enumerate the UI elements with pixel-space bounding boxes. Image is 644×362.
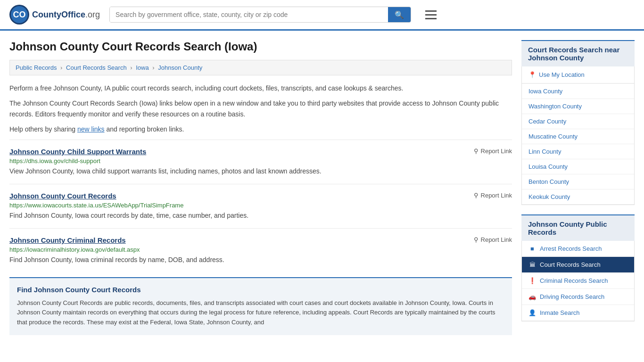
result-desc-1: View Johnson County, Iowa child support … [9, 166, 512, 176]
pub-rec-court[interactable]: 🏛 Court Records Search [522, 257, 634, 273]
main-container: Johnson County Court Records Search (Iow… [0, 31, 644, 345]
inmate-icon: 👤 [528, 309, 536, 316]
find-section: Find Johnson County Court Records Johnso… [9, 277, 512, 335]
search-bar[interactable]: 🔍 [109, 7, 411, 23]
nearby-section-header: Court Records Search near Johnson County [521, 40, 635, 66]
use-location-link[interactable]: 📍 Use My Location [522, 66, 634, 83]
logo-icon: CO [9, 5, 29, 25]
location-pin-icon: 📍 [528, 71, 536, 78]
desc-p3: Help others by sharing new links and rep… [9, 124, 512, 134]
result-url-2: https://www.iowacourts.state.ia.us/ESAWe… [9, 202, 512, 209]
search-input[interactable] [110, 7, 388, 22]
report-link-1[interactable]: ⚲ Report Link [474, 148, 512, 155]
content-area: Johnson County Court Records Search (Iow… [9, 40, 512, 335]
pub-rec-driving[interactable]: 🚗 Driving Records Search [522, 289, 634, 305]
breadcrumb-court-records[interactable]: Court Records Search [66, 64, 127, 71]
result-desc-2: Find Johnson County, Iowa court records … [9, 211, 512, 221]
page-title: Johnson County Court Records Search (Iow… [9, 40, 512, 53]
result-item-1: Johnson County Child Support Warrants ⚲ … [9, 140, 512, 184]
criminal-icon: ❗ [528, 277, 536, 284]
nearby-county-benton[interactable]: Benton County [522, 174, 634, 189]
desc-p1: Perform a free Johnson County, IA public… [9, 83, 512, 93]
nearby-county-list: 📍 Use My Location Iowa County Washington… [521, 66, 635, 205]
hamburger-menu[interactable] [425, 10, 437, 19]
nearby-county-keokuk[interactable]: Keokuk County [522, 189, 634, 205]
report-icon-2: ⚲ [474, 192, 479, 199]
sidebar: Court Records Search near Johnson County… [521, 40, 635, 335]
nearby-county-cedar[interactable]: Cedar County [522, 114, 634, 129]
result-url-1: https://dhs.iowa.gov/child-support [9, 157, 512, 165]
arrest-icon: ■ [528, 245, 536, 252]
search-button[interactable]: 🔍 [388, 7, 411, 22]
nearby-county-louisa[interactable]: Louisa County [522, 159, 634, 174]
public-records-list: ■ Arrest Records Search 🏛 Court Records … [521, 241, 635, 321]
report-link-2[interactable]: ⚲ Report Link [474, 192, 512, 199]
find-section-title: Find Johnson County Court Records [17, 286, 504, 294]
pub-rec-arrest[interactable]: ■ Arrest Records Search [522, 241, 634, 257]
pub-rec-criminal[interactable]: ❗ Criminal Records Search [522, 273, 634, 289]
desc-p2: The Johnson County Court Records Search … [9, 98, 512, 119]
result-url-3: https://iowacriminalhistory.iowa.gov/def… [9, 246, 512, 253]
result-desc-3: Find Johnson County, Iowa criminal recor… [9, 255, 512, 265]
nearby-section: Court Records Search near Johnson County… [521, 40, 635, 205]
use-location-item[interactable]: 📍 Use My Location [522, 66, 634, 84]
report-link-3[interactable]: ⚲ Report Link [474, 236, 512, 243]
logo-text: CountyOffice.org [32, 10, 100, 20]
result-title-2[interactable]: Johnson County Court Records [9, 192, 116, 200]
pub-rec-inmate[interactable]: 👤 Inmate Search [522, 305, 634, 321]
report-icon-3: ⚲ [474, 236, 479, 243]
nearby-county-washington[interactable]: Washington County [522, 99, 634, 114]
result-item-2: Johnson County Court Records ⚲ Report Li… [9, 184, 512, 228]
breadcrumb-public-records[interactable]: Public Records [16, 64, 57, 71]
report-icon-1: ⚲ [474, 148, 479, 155]
result-item-3: Johnson County Criminal Records ⚲ Report… [9, 228, 512, 272]
nearby-county-iowa[interactable]: Iowa County [522, 84, 634, 99]
nearby-county-muscatine[interactable]: Muscatine County [522, 129, 634, 144]
breadcrumb-iowa[interactable]: Iowa [136, 64, 149, 71]
public-records-section: Johnson County Public Records ■ Arrest R… [521, 214, 635, 321]
header: CO CountyOffice.org 🔍 [0, 0, 644, 31]
nearby-county-linn[interactable]: Linn County [522, 144, 634, 159]
public-records-header: Johnson County Public Records [521, 214, 635, 241]
result-title-3[interactable]: Johnson County Criminal Records [9, 236, 126, 244]
result-title-1[interactable]: Johnson County Child Support Warrants [9, 148, 146, 156]
breadcrumb: Public Records › Court Records Search › … [9, 60, 512, 75]
breadcrumb-johnson-county[interactable]: Johnson County [158, 64, 202, 71]
use-location-label: Use My Location [539, 71, 585, 78]
logo-area: CO CountyOffice.org [9, 5, 100, 25]
description-area: Perform a free Johnson County, IA public… [9, 83, 512, 135]
find-section-body: Johnson County Court Records are public … [17, 298, 504, 328]
new-links-link[interactable]: new links [77, 125, 105, 133]
svg-text:CO: CO [13, 10, 26, 19]
court-icon: 🏛 [528, 261, 536, 268]
driving-icon: 🚗 [528, 293, 536, 300]
